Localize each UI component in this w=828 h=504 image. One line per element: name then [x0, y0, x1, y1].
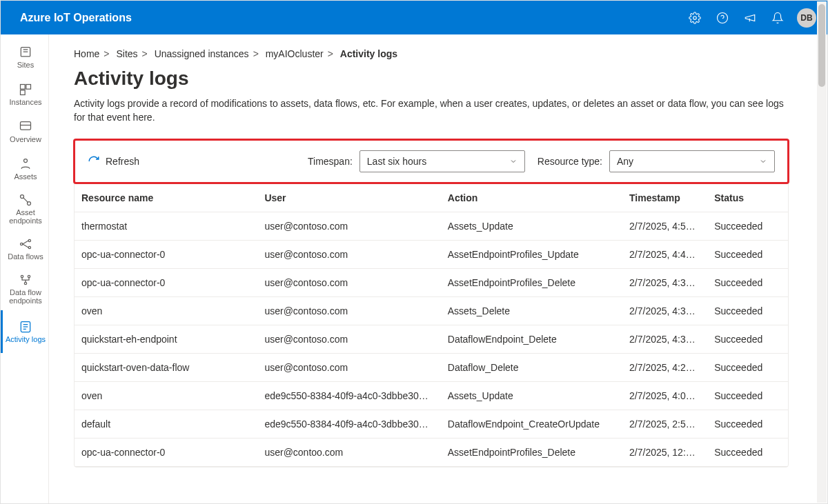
cell-user: user@contoo.com: [257, 439, 440, 467]
cell-resource: thermostat: [75, 212, 257, 241]
help-button[interactable]: [709, 4, 736, 32]
breadcrumb-link[interactable]: Home: [74, 48, 99, 59]
settings-button[interactable]: [681, 4, 709, 32]
cell-user: user@contoso.com: [257, 212, 440, 241]
page-description: Activity logs provide a record of modifi…: [74, 97, 789, 124]
sites-icon: [19, 46, 32, 59]
resource-type-dropdown[interactable]: Any: [609, 150, 775, 172]
left-nav: Sites Instances Overview Assets Asset en…: [1, 34, 49, 503]
nav-activity-logs[interactable]: Activity logs: [1, 310, 48, 353]
cell-action: Assets_Update: [441, 382, 622, 410]
table-header-row: Resource name User Action Timestamp Stat…: [75, 184, 788, 212]
filter-panel: Refresh Timespan: Last six hours Resourc…: [74, 139, 789, 467]
user-avatar[interactable]: DB: [797, 8, 816, 28]
breadcrumb-link[interactable]: myAIOcluster: [266, 48, 324, 59]
asset-endpoints-icon: [19, 193, 32, 207]
col-status[interactable]: Status: [707, 184, 788, 212]
svg-point-16: [24, 282, 26, 284]
cell-status: Succeeded: [707, 269, 788, 297]
svg-rect-6: [21, 122, 31, 130]
nav-label: Sites: [17, 61, 34, 69]
nav-data-flow-endpoints[interactable]: Data flow endpoints: [1, 268, 48, 310]
overview-icon: [19, 120, 32, 134]
svg-point-15: [28, 275, 30, 277]
topbar: Azure IoT Operations DB: [1, 1, 827, 34]
help-icon: [716, 12, 729, 24]
table-row[interactable]: defaultede9c550-8384-40f9-a4c0-3dbbe30…D…: [75, 410, 788, 439]
cell-action: AssetEndpointProfiles_Delete: [441, 439, 622, 467]
cell-resource: opc-ua-connector-0: [75, 241, 257, 269]
nav-asset-endpoints[interactable]: Asset endpoints: [1, 188, 48, 230]
table-row[interactable]: thermostatuser@contoso.comAssets_Update2…: [75, 212, 788, 241]
breadcrumb: Home> Sites> Unassigned instances> myAIO…: [74, 48, 789, 59]
table-row[interactable]: ovenuser@contoso.comAssets_Delete2/7/202…: [75, 297, 788, 325]
chevron-down-icon: [509, 157, 518, 165]
breadcrumb-link[interactable]: Unassigned instances: [155, 48, 249, 59]
svg-rect-4: [26, 85, 31, 90]
nav-data-flows[interactable]: Data flows: [1, 230, 48, 268]
svg-point-14: [21, 275, 23, 277]
nav-label: Data flow endpoints: [4, 288, 47, 305]
timespan-dropdown[interactable]: Last six hours: [359, 150, 525, 172]
nav-overview[interactable]: Overview: [1, 113, 48, 150]
svg-rect-3: [21, 85, 26, 90]
instances-icon: [19, 83, 32, 97]
cell-status: Succeeded: [707, 354, 788, 382]
cell-user: user@contoso.com: [257, 354, 440, 382]
scrollbar[interactable]: [817, 1, 827, 503]
nav-label: Overview: [10, 135, 41, 143]
resource-type-label: Resource type:: [538, 156, 602, 167]
cell-timestamp: 2/7/2025, 4:31:…: [622, 297, 707, 325]
svg-rect-5: [21, 90, 26, 95]
table-row[interactable]: opc-ua-connector-0user@contoso.comAssetE…: [75, 241, 788, 269]
nav-assets[interactable]: Assets: [1, 150, 48, 188]
table-row[interactable]: ovenede9c550-8384-40f9-a4c0-3dbbe30…Asse…: [75, 382, 788, 410]
col-resource[interactable]: Resource name: [75, 184, 257, 212]
table-row[interactable]: quickstart-eh-endpointuser@contoso.comDa…: [75, 325, 788, 354]
svg-point-13: [28, 246, 30, 248]
cell-timestamp: 2/7/2025, 2:56:…: [622, 410, 707, 439]
megaphone-icon: [744, 12, 756, 24]
cell-timestamp: 2/7/2025, 4:02:…: [622, 382, 707, 410]
svg-point-8: [24, 159, 28, 163]
cell-resource: quickstart-oven-data-flow: [75, 354, 257, 382]
filter-highlight: Refresh Timespan: Last six hours Resourc…: [73, 139, 789, 184]
refresh-icon: [88, 155, 100, 168]
cell-resource: opc-ua-connector-0: [75, 269, 257, 297]
col-timestamp[interactable]: Timestamp: [622, 184, 707, 212]
scrollbar-thumb[interactable]: [818, 4, 825, 87]
table-row[interactable]: opc-ua-connector-0user@contoo.comAssetEn…: [75, 439, 788, 467]
cell-action: DataflowEndpoint_Delete: [441, 325, 622, 354]
page-title: Activity logs: [74, 68, 789, 90]
resource-type-value: Any: [617, 156, 633, 167]
bell-icon: [771, 12, 784, 24]
cell-action: Dataflow_Delete: [441, 354, 622, 382]
cell-action: AssetEndpointProfiles_Delete: [441, 269, 622, 297]
nav-sites[interactable]: Sites: [1, 39, 48, 76]
breadcrumb-link[interactable]: Sites: [116, 48, 137, 59]
main-content: Home> Sites> Unassigned instances> myAIO…: [49, 34, 827, 503]
timespan-label: Timespan:: [308, 156, 353, 167]
table-row[interactable]: quickstart-oven-data-flowuser@contoso.co…: [75, 354, 788, 382]
svg-point-0: [693, 16, 697, 19]
gear-icon: [689, 12, 701, 24]
refresh-button[interactable]: Refresh: [88, 155, 139, 168]
cell-timestamp: 2/7/2025, 4:31:…: [622, 269, 707, 297]
cell-user: user@contoso.com: [257, 325, 440, 354]
cell-resource: default: [75, 410, 257, 439]
cell-status: Succeeded: [707, 410, 788, 439]
table-row[interactable]: opc-ua-connector-0user@contoso.comAssetE…: [75, 269, 788, 297]
cell-action: AssetEndpointProfiles_Update: [441, 241, 622, 269]
cell-status: Succeeded: [707, 241, 788, 269]
col-user[interactable]: User: [257, 184, 440, 212]
feedback-button[interactable]: [736, 4, 764, 32]
nav-instances[interactable]: Instances: [1, 76, 48, 113]
notifications-button[interactable]: [764, 4, 791, 32]
app-title: Azure IoT Operations: [20, 12, 132, 24]
cell-user: ede9c550-8384-40f9-a4c0-3dbbe30…: [257, 410, 440, 439]
nav-label: Instances: [9, 98, 41, 106]
cell-status: Succeeded: [707, 297, 788, 325]
cell-action: DataflowEndpoint_CreateOrUpdate: [441, 410, 622, 439]
cell-resource: oven: [75, 382, 257, 410]
col-action[interactable]: Action: [441, 184, 622, 212]
